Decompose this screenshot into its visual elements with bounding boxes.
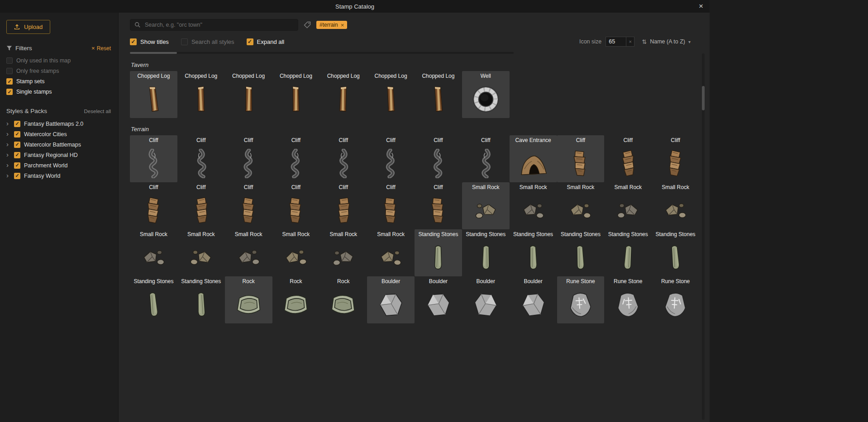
stamp-tile[interactable]: Standing Stones: [462, 229, 510, 276]
checkbox[interactable]: ✓: [14, 152, 20, 158]
pack-item[interactable]: ›✓Fantasy Regional HD: [6, 152, 111, 158]
stamp-tile[interactable]: Boulder: [367, 276, 415, 323]
stamp-tile[interactable]: Chopped Log: [320, 71, 367, 118]
reset-filters-button[interactable]: × Reset: [91, 45, 111, 52]
checkbox[interactable]: [6, 68, 13, 74]
filter-option[interactable]: Only used in this map: [6, 57, 111, 64]
stamp-tile[interactable]: Rock: [225, 276, 272, 323]
upload-button[interactable]: Upload: [6, 20, 50, 34]
stamp-tile[interactable]: Chopped Log: [367, 71, 415, 118]
stamp-tile[interactable]: Chopped Log: [272, 71, 320, 118]
search-input[interactable]: [144, 21, 294, 28]
stamp-tile[interactable]: Chopped Log: [225, 71, 272, 118]
pack-item[interactable]: ›✓Parchment World: [6, 162, 111, 169]
pack-item[interactable]: ›✓Watercolor Battlemaps: [6, 141, 111, 148]
checkbox[interactable]: [6, 57, 13, 64]
filter-option[interactable]: Only free stamps: [6, 68, 111, 74]
checkbox[interactable]: ✓: [130, 38, 137, 45]
stamp-tile[interactable]: Chopped Log: [130, 71, 177, 118]
stamp-tile[interactable]: Cliff: [272, 135, 320, 182]
stamp-tile[interactable]: Cliff: [652, 135, 699, 182]
stamp-tile[interactable]: Small Rock: [272, 229, 320, 276]
chevron-right-icon[interactable]: ›: [6, 161, 10, 168]
stamp-tile[interactable]: Rune Stone: [604, 276, 652, 323]
checkbox[interactable]: ✓: [6, 78, 13, 85]
stamp-tile[interactable]: Cliff: [130, 135, 177, 182]
filter-option[interactable]: ✓Stamp sets: [6, 78, 111, 85]
stamp-tile[interactable]: Small Rock: [604, 182, 652, 229]
pack-item[interactable]: ›✓Fantasy World: [6, 172, 111, 179]
tag-chip[interactable]: #terrain ×: [316, 21, 347, 29]
stamp-tile[interactable]: Well: [462, 71, 510, 118]
remove-tag-icon[interactable]: ×: [341, 22, 344, 28]
pack-item[interactable]: ›✓Fantasy Battlemaps 2.0: [6, 120, 111, 127]
checkbox[interactable]: ✓: [6, 89, 13, 95]
chevron-right-icon[interactable]: ›: [6, 151, 10, 158]
stamp-tile[interactable]: Cliff: [272, 182, 320, 229]
stamp-tile[interactable]: Standing Stones: [177, 276, 225, 323]
icon-size-clear-button[interactable]: ×: [626, 37, 634, 47]
stamp-tile[interactable]: Standing Stones: [604, 229, 652, 276]
checkbox[interactable]: ✓: [247, 38, 253, 45]
checkbox[interactable]: ✓: [14, 162, 20, 169]
close-button[interactable]: ×: [696, 2, 706, 11]
checkbox[interactable]: ✓: [14, 142, 20, 148]
chevron-right-icon[interactable]: ›: [6, 120, 10, 127]
stamp-tile[interactable]: Chopped Log: [177, 71, 225, 118]
toolbar-toggle[interactable]: Search all styles: [181, 38, 234, 45]
stamp-tile[interactable]: Cliff: [367, 182, 415, 229]
stamp-tile[interactable]: Cliff: [415, 135, 462, 182]
stamp-tile[interactable]: Standing Stones: [557, 229, 605, 276]
chevron-right-icon[interactable]: ›: [6, 130, 10, 137]
stamp-tile[interactable]: Boulder: [462, 276, 510, 323]
stamp-tile[interactable]: Boulder: [510, 276, 557, 323]
tag-icon[interactable]: [304, 21, 311, 28]
stamp-tile[interactable]: Standing Stones: [510, 229, 557, 276]
stamp-tile[interactable]: Rock: [272, 276, 320, 323]
stamp-tile[interactable]: Small Rock: [652, 182, 699, 229]
deselect-all-button[interactable]: Deselect all: [84, 109, 111, 114]
stamp-tile[interactable]: Cliff: [415, 182, 462, 229]
stamp-tile[interactable]: Small Rock: [557, 182, 605, 229]
stamp-tile[interactable]: Standing Stones: [415, 229, 462, 276]
stamp-tile[interactable]: Standing Stones: [652, 229, 699, 276]
stamp-tile[interactable]: Cliff: [320, 135, 367, 182]
stamp-tile[interactable]: Cliff: [557, 135, 605, 182]
stamp-tile[interactable]: Cliff: [225, 182, 272, 229]
stamp-tile[interactable]: Rune Stone: [557, 276, 605, 323]
stamp-tile[interactable]: Rock: [320, 276, 367, 323]
stamp-tile[interactable]: Small Rock: [177, 229, 225, 276]
stamp-tile[interactable]: Cave Entrance: [510, 135, 557, 182]
stamp-tile[interactable]: Chopped Log: [415, 71, 462, 118]
pack-item[interactable]: ›✓Watercolor Cities: [6, 131, 111, 138]
toolbar-toggle[interactable]: ✓Expand all: [247, 38, 285, 45]
toolbar-toggle[interactable]: ✓Show titles: [130, 38, 169, 45]
stamp-tile[interactable]: Boulder: [415, 276, 462, 323]
stamp-tile[interactable]: Small Rock: [320, 229, 367, 276]
stamp-tile[interactable]: Cliff: [462, 135, 510, 182]
stamp-tile[interactable]: Cliff: [320, 182, 367, 229]
chevron-right-icon[interactable]: ›: [6, 141, 10, 147]
stamp-tile[interactable]: Small Rock: [462, 182, 510, 229]
stamp-tile[interactable]: Small Rock: [130, 229, 177, 276]
filter-option[interactable]: ✓Single stamps: [6, 89, 111, 95]
stamp-tile[interactable]: Cliff: [130, 182, 177, 229]
stamp-tile[interactable]: Small Rock: [510, 182, 557, 229]
sort-dropdown[interactable]: ⇅ Name (A to Z) ▾: [642, 38, 691, 45]
chevron-right-icon[interactable]: ›: [6, 172, 10, 179]
vertical-scrollbar-thumb[interactable]: [702, 86, 705, 110]
horizontal-scrollbar[interactable]: [130, 52, 514, 54]
checkbox[interactable]: [181, 38, 188, 45]
stamp-tile[interactable]: Small Rock: [225, 229, 272, 276]
stamp-tile[interactable]: Cliff: [367, 135, 415, 182]
stamp-tile[interactable]: Small Rock: [367, 229, 415, 276]
checkbox[interactable]: ✓: [14, 121, 20, 127]
icon-size-input[interactable]: [606, 37, 626, 47]
stamp-tile[interactable]: Cliff: [604, 135, 652, 182]
stamp-tile[interactable]: Rune Stone: [652, 276, 699, 323]
stamp-tile[interactable]: Standing Stones: [130, 276, 177, 323]
horizontal-scrollbar-thumb[interactable]: [130, 52, 177, 54]
stamp-tile[interactable]: Cliff: [225, 135, 272, 182]
stamp-tile[interactable]: Cliff: [177, 135, 225, 182]
checkbox[interactable]: ✓: [14, 131, 20, 138]
